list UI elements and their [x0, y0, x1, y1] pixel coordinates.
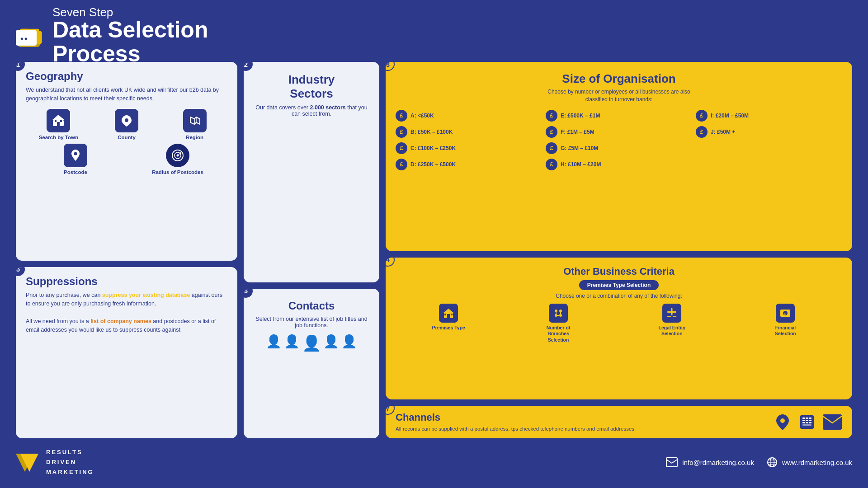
svg-text:£: £: [784, 312, 787, 316]
radius-icon: [166, 144, 189, 167]
county-icon: [115, 109, 138, 132]
svg-rect-92: [444, 314, 446, 315]
branches-label: Number of Branches Selection: [538, 325, 579, 343]
geo-row2: Postcode Radiu: [26, 144, 227, 175]
rdm-logo: [16, 451, 41, 473]
svg-rect-118: [809, 422, 811, 423]
size-h: £H: £10M – £20M: [546, 159, 692, 170]
size-f: £F: £1M – £5M: [546, 126, 692, 138]
step7-body: All records can be supplied with a posta…: [396, 425, 774, 432]
step3-badge: 3: [386, 62, 395, 71]
postcode-label: Postcode: [64, 169, 87, 175]
region-label: Region: [186, 135, 203, 140]
main-row: 1 Geography We understand that not all c…: [16, 62, 852, 438]
svg-rect-119: [802, 424, 811, 426]
step6-card: 6 Contacts Select from our extensive lis…: [244, 289, 379, 438]
phone-icon: [798, 413, 816, 431]
footer-globe-icon: [767, 457, 778, 468]
region-icon: [183, 109, 207, 132]
size-g: £G: £5M – £10M: [546, 142, 692, 154]
right-col: 3 Size of Organisation Choose by number …: [386, 62, 852, 438]
header-text-block: Seven Step Data Selection Process: [52, 6, 237, 66]
mid-col: 2 IndustrySectors Our data covers over 2…: [244, 62, 379, 438]
svg-point-72: [179, 152, 181, 154]
step5-card: 5 Suppressions Prior to any purchase, we…: [16, 267, 237, 438]
svg-rect-91: [447, 314, 450, 318]
svg-rect-114: [806, 420, 808, 421]
premises-label: Premises Type: [432, 325, 465, 331]
step2-body: Our data covers over 2,000 sectors that …: [254, 104, 369, 117]
size-j: £J: £50M +: [696, 126, 842, 138]
svg-rect-93: [451, 314, 453, 315]
svg-rect-113: [802, 420, 805, 421]
suppress-link: suppress your existing database: [102, 292, 190, 298]
svg-rect-104: [673, 316, 676, 317]
footer-email-item: info@rdmarketing.co.uk: [666, 457, 754, 467]
header-main: Data Selection Process: [52, 18, 237, 66]
step6-title: Contacts: [288, 300, 335, 312]
step4-title: Other Business Criteria: [396, 266, 842, 277]
biz-financial: £ Financial Selection: [765, 304, 806, 337]
premises-icon: [439, 304, 458, 323]
left-col: 1 Geography We understand that not all c…: [16, 62, 237, 438]
town-label: Search by Town: [39, 135, 78, 140]
svg-point-64: [125, 118, 128, 122]
email-icon: [822, 414, 842, 430]
person4: 👤: [323, 334, 339, 352]
step7-card: 7 Channels All records can be supplied w…: [386, 406, 852, 438]
svg-point-97: [559, 314, 562, 317]
step3-subtitle: Choose by number or employees or all bus…: [396, 88, 842, 103]
top-row: Seven Step Data Selection Process: [16, 10, 852, 62]
svg-point-56: [25, 38, 27, 40]
svg-rect-61: [57, 122, 60, 126]
svg-point-55: [21, 38, 23, 40]
size-e: £E: £500K – £1M: [546, 110, 692, 122]
folder-svg: [16, 20, 44, 52]
footer-contacts: info@rdmarketing.co.uk www.rdmarketing.c…: [666, 457, 852, 468]
biz-premises: Premises Type: [432, 304, 465, 331]
step5-badge: 5: [16, 267, 25, 276]
svg-rect-62: [55, 120, 57, 122]
svg-marker-90: [443, 309, 453, 313]
svg-rect-115: [809, 420, 811, 421]
person-icons: 👤 👤 👤 👤 👤: [266, 334, 357, 352]
svg-point-67: [74, 152, 77, 155]
list-link: list of company names: [90, 318, 151, 324]
footer-website: www.rdmarketing.co.uk: [782, 459, 852, 466]
town-icon: [47, 109, 70, 132]
legal-icon: [662, 304, 681, 323]
svg-point-95: [559, 310, 562, 312]
step1-card: 1 Geography We understand that not all c…: [16, 62, 237, 261]
footer-email: info@rdmarketing.co.uk: [682, 459, 754, 466]
header-sub: Seven Step: [52, 6, 237, 18]
size-d: £D: £250K – £500K: [396, 159, 542, 170]
biz-icons-row: Premises Type: [396, 304, 842, 343]
step7-title: Channels: [396, 412, 774, 423]
premises-pill: Premises Type Selection: [579, 280, 659, 290]
geo-radius: Radius of Postcodes: [128, 144, 227, 175]
geo-county: County: [94, 109, 160, 140]
size-i: £I: £20M – £50M: [696, 110, 842, 122]
biz-legal: Legal Entity Selection: [651, 304, 692, 337]
person1: 👤: [266, 334, 282, 352]
geo-region: Region: [162, 109, 227, 140]
radius-label: Radius of Postcodes: [152, 169, 203, 175]
footer-row: RESULTSDRIVENMARKETING info@rdmarketing.…: [16, 445, 852, 480]
footer-website-item: www.rdmarketing.co.uk: [767, 457, 852, 468]
person5: 👤: [341, 334, 357, 352]
step5-body: Prior to any purchase, we can suppress y…: [26, 291, 227, 335]
svg-rect-103: [667, 316, 671, 317]
size-c: £C: £100K – £250K: [396, 142, 542, 154]
svg-rect-63: [60, 120, 62, 122]
location-icon: [774, 413, 792, 431]
step3-title: Size of Organisation: [396, 72, 842, 86]
step2-badge: 2: [244, 62, 253, 71]
step1-title: Geography: [26, 70, 227, 83]
step2-card: 2 IndustrySectors Our data covers over 2…: [244, 62, 379, 282]
svg-point-96: [555, 314, 557, 317]
db-icons: [310, 122, 313, 274]
size-a: £A: <£50K: [396, 110, 542, 122]
channels-text: Channels All records can be supplied wit…: [396, 412, 774, 432]
svg-rect-111: [806, 418, 808, 419]
full-page: Seven Step Data Selection Process 1 Geog…: [0, 0, 868, 488]
